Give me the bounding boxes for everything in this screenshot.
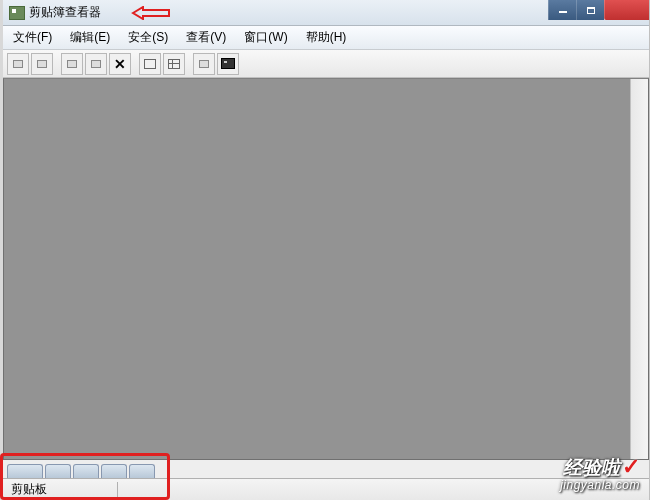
application-window: 剪贴簿查看器 文件(F) 编辑(E) 安全(S) 查看(V) 窗口(W) 帮助(…	[0, 0, 650, 500]
maximize-button[interactable]	[576, 0, 604, 20]
toolbar-button-paste[interactable]	[85, 53, 107, 75]
menubar: 文件(F) 编辑(E) 安全(S) 查看(V) 窗口(W) 帮助(H)	[3, 26, 649, 50]
toolbar-button-view-single[interactable]	[139, 53, 161, 75]
toolbar-separator	[133, 53, 137, 75]
titlebar[interactable]: 剪贴簿查看器	[3, 0, 649, 26]
statusbar: 剪贴板	[3, 478, 649, 500]
menu-help[interactable]: 帮助(H)	[302, 27, 351, 48]
disconnect-icon	[37, 60, 47, 68]
tab-item[interactable]	[101, 464, 127, 478]
annotation-arrow-left-icon	[131, 6, 171, 20]
window-title: 剪贴簿查看器	[29, 4, 101, 21]
menu-window[interactable]: 窗口(W)	[240, 27, 291, 48]
copy-icon	[67, 60, 77, 68]
toolbar-separator	[55, 53, 59, 75]
toolbar-button-copy[interactable]	[61, 53, 83, 75]
menu-view[interactable]: 查看(V)	[182, 27, 230, 48]
statusbar-separator	[117, 482, 118, 498]
tab-item[interactable]	[129, 464, 155, 478]
toolbar: ✕	[3, 50, 649, 78]
tab-item[interactable]	[7, 464, 43, 478]
menu-security[interactable]: 安全(S)	[124, 27, 172, 48]
content-area[interactable]	[3, 78, 649, 460]
watermark-text: 经验啦	[563, 457, 620, 478]
minimize-button[interactable]	[548, 0, 576, 20]
preview-icon	[221, 58, 235, 69]
view-grid-icon	[168, 59, 180, 69]
thumbnail-icon	[199, 60, 209, 68]
watermark: 经验啦✓ jingyanla.com	[560, 455, 640, 492]
tab-item[interactable]	[45, 464, 71, 478]
toolbar-button-view-grid[interactable]	[163, 53, 185, 75]
menu-edit[interactable]: 编辑(E)	[66, 27, 114, 48]
bottom-panel: 剪贴板	[3, 460, 649, 500]
connect-icon	[13, 60, 23, 68]
checkmark-icon: ✓	[622, 454, 640, 479]
toolbar-button-connect[interactable]	[7, 53, 29, 75]
menu-file[interactable]: 文件(F)	[9, 27, 56, 48]
toolbar-separator	[187, 53, 191, 75]
maximize-icon	[587, 7, 595, 14]
tab-strip	[3, 460, 649, 478]
paste-icon	[91, 60, 101, 68]
close-button[interactable]	[604, 0, 649, 20]
toolbar-button-disconnect[interactable]	[31, 53, 53, 75]
app-icon	[9, 6, 25, 20]
delete-icon: ✕	[114, 56, 126, 72]
tab-item[interactable]	[73, 464, 99, 478]
minimize-icon	[559, 11, 567, 13]
view-single-icon	[144, 59, 156, 69]
statusbar-label: 剪贴板	[11, 481, 47, 498]
window-controls	[548, 0, 649, 20]
toolbar-button-preview[interactable]	[217, 53, 239, 75]
toolbar-button-thumbnail[interactable]	[193, 53, 215, 75]
watermark-url: jingyanla.com	[560, 479, 640, 492]
toolbar-button-delete[interactable]: ✕	[109, 53, 131, 75]
